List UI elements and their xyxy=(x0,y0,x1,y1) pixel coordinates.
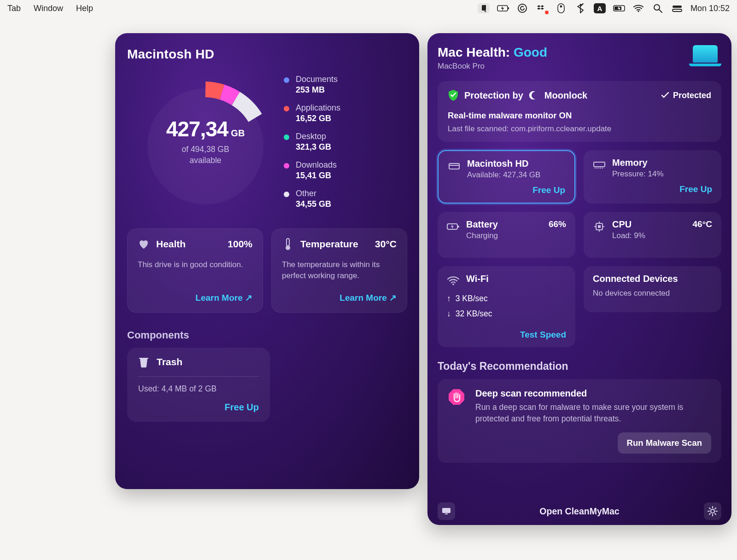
menu-window[interactable]: Window xyxy=(34,4,63,13)
svg-point-10 xyxy=(638,11,639,12)
wifi-upload-row: ↑3 KB/sec xyxy=(447,294,566,303)
components-heading: Components xyxy=(127,329,407,341)
recommendation-heading: Today's Recommendation xyxy=(438,360,721,373)
realtime-monitor-label: Real-time malware monitor ON xyxy=(448,111,711,121)
recommendation-card: Deep scan recommended Run a deep scan fo… xyxy=(438,379,721,463)
legend-documents: Documents253 MB xyxy=(284,75,407,95)
svg-point-17 xyxy=(286,245,290,250)
trash-used-label: Used: 4,4 MB of 2 GB xyxy=(138,384,259,394)
storage-donut: 427,34GB of 494,38 GBavailable xyxy=(127,65,284,217)
menubar: Tab Window Help A Mon 10:52 xyxy=(0,0,737,17)
legend-applications: Applications16,52 GB xyxy=(284,103,407,123)
disk-panel: Macintosh HD 427,34GB of 494,38 GBavaila… xyxy=(115,33,419,489)
mac-health-title: Mac Health: Good xyxy=(438,45,547,60)
legend-other: Other34,55 GB xyxy=(284,189,407,209)
svg-rect-3 xyxy=(508,7,509,9)
heart-icon xyxy=(138,238,150,250)
svg-rect-16 xyxy=(287,239,289,246)
menu-help[interactable]: Help xyxy=(76,4,93,13)
svg-point-11 xyxy=(654,5,660,10)
battery-value: 66% xyxy=(549,219,566,229)
svg-rect-1 xyxy=(485,11,486,12)
temperature-card: Temperature 30°C The temperature is with… xyxy=(271,228,407,313)
menu-tab[interactable]: Tab xyxy=(7,4,21,13)
temperature-learn-more-link[interactable]: Learn More ↗ xyxy=(282,292,397,303)
menubar-clock[interactable]: Mon 10:52 xyxy=(690,4,730,13)
wifi-test-speed-link[interactable]: Test Speed xyxy=(447,330,566,340)
svg-rect-0 xyxy=(482,5,486,11)
protection-card: Protection by Moonlock Protected Real-ti… xyxy=(438,81,721,142)
legend-downloads: Downloads15,41 GB xyxy=(284,160,407,181)
cpu-value: 46°C xyxy=(693,219,712,229)
health-value: 100% xyxy=(228,239,252,250)
grammarly-menubar-icon[interactable] xyxy=(516,3,528,13)
svg-rect-18 xyxy=(449,163,459,169)
trash-icon xyxy=(138,356,149,368)
display-menubar-icon[interactable] xyxy=(478,3,490,13)
trash-card: Trash Used: 4,4 MB of 2 GB Free Up xyxy=(127,348,270,422)
mouse-menubar-icon[interactable] xyxy=(555,3,567,13)
macbook-icon xyxy=(689,45,721,68)
stop-hand-icon xyxy=(448,388,465,406)
health-panel: Mac Health: Good MacBook Pro Protection … xyxy=(427,33,731,525)
moonlock-logo-icon xyxy=(529,91,539,100)
svg-rect-5 xyxy=(558,4,564,13)
battery-menubar-icon[interactable] xyxy=(613,3,625,13)
tile-memory[interactable]: MemoryPressure: 14% Free Up xyxy=(584,150,721,204)
svg-rect-24 xyxy=(598,225,601,228)
run-malware-scan-button[interactable]: Run Malware Scan xyxy=(618,432,711,454)
wifi-download-row: ↓32 KB/sec xyxy=(447,309,566,319)
health-card: Health 100% This drive is in good condit… xyxy=(127,228,263,313)
battery-charge-menubar-icon[interactable] xyxy=(497,3,509,13)
wifi-menubar-icon[interactable] xyxy=(632,3,644,13)
bluetooth-menubar-icon[interactable] xyxy=(574,3,586,13)
svg-line-12 xyxy=(659,10,662,12)
open-cleanmymac-link[interactable]: Open CleanMyMac xyxy=(438,506,721,517)
svg-rect-14 xyxy=(673,9,682,12)
legend-desktop: Desktop321,3 GB xyxy=(284,132,407,152)
trash-free-up-link[interactable]: Free Up xyxy=(138,402,259,413)
shield-check-icon xyxy=(448,89,459,101)
thermometer-icon xyxy=(282,238,294,250)
memory-icon xyxy=(593,158,606,171)
dropbox-menubar-icon[interactable] xyxy=(536,3,548,13)
svg-rect-20 xyxy=(594,162,605,167)
temperature-value: 30°C xyxy=(375,239,397,250)
storage-legend: Documents253 MB Applications16,52 GB Des… xyxy=(284,65,407,217)
tile-battery[interactable]: BatteryCharging 66% xyxy=(438,212,575,258)
disk-title: Macintosh HD xyxy=(127,47,407,62)
svg-point-6 xyxy=(560,6,562,8)
health-learn-more-link[interactable]: Learn More ↗ xyxy=(138,292,252,303)
tile-wifi[interactable]: Wi-Fi ↑3 KB/sec ↓32 KB/sec Test Speed xyxy=(438,266,575,347)
arrow-down-icon: ↓ xyxy=(447,309,451,319)
control-center-menubar-icon[interactable] xyxy=(671,3,683,13)
svg-rect-13 xyxy=(673,6,682,8)
tile-cpu[interactable]: CPULoad: 9% 46°C xyxy=(584,212,721,258)
spotlight-menubar-icon[interactable] xyxy=(652,3,664,13)
cpu-icon xyxy=(593,220,606,233)
tile-disk[interactable]: Macintosh HDAvailable: 427,34 GB Free Up xyxy=(438,150,575,204)
mac-model-label: MacBook Pro xyxy=(438,62,547,71)
last-scanned-label: Last file scanned: com.piriform.ccleaner… xyxy=(448,124,711,134)
keyboard-input-menubar-icon[interactable]: A xyxy=(594,3,606,13)
svg-point-25 xyxy=(452,284,454,286)
disk-free-up-link[interactable]: Free Up xyxy=(448,185,565,195)
tile-devices[interactable]: Connected Devices No devices connected xyxy=(584,266,721,312)
svg-point-4 xyxy=(518,4,526,12)
disk-icon xyxy=(448,159,461,172)
svg-rect-22 xyxy=(458,226,459,228)
memory-free-up-link[interactable]: Free Up xyxy=(593,184,712,194)
protection-status: Protected xyxy=(661,91,711,100)
arrow-up-icon: ↑ xyxy=(447,294,451,303)
battery-icon xyxy=(447,220,460,233)
wifi-icon xyxy=(447,274,460,287)
